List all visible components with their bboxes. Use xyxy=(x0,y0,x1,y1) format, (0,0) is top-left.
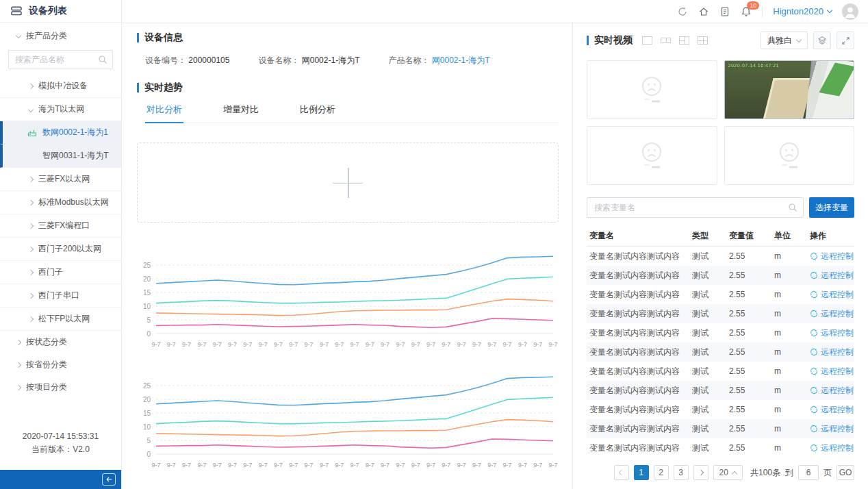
page-button[interactable]: 1 xyxy=(634,465,649,480)
tree-item[interactable]: 西门子 xyxy=(0,261,121,284)
topbar: 10 Hignton2020 xyxy=(122,0,868,23)
category-label: 按状态分类 xyxy=(26,336,67,348)
cell-variable-name: 变量名测试内容测试内容 xyxy=(589,308,692,320)
select-variable-button[interactable]: 选择变量 xyxy=(809,197,854,218)
tree-item[interactable]: 三菱FX编程口 xyxy=(0,214,121,238)
video-slot-4[interactable] xyxy=(724,126,855,185)
notification-badge: 10 xyxy=(747,1,759,10)
remote-control-link[interactable]: 远程控制 xyxy=(810,289,854,301)
cell-variable-name: 变量名测试内容测试内容 xyxy=(589,385,692,397)
app-root: 设备列表 按产品分类 xyxy=(0,0,868,489)
chevron-right-icon xyxy=(28,83,34,88)
tab[interactable]: 对比分析 xyxy=(145,97,183,123)
tree-item[interactable]: 模拟中冶设备 xyxy=(0,75,121,98)
go-button[interactable]: GO xyxy=(837,465,854,480)
svg-text:9-7: 9-7 xyxy=(259,341,268,348)
refresh-icon[interactable] xyxy=(677,6,688,17)
notification-bell-icon[interactable]: 10 xyxy=(741,6,752,17)
remote-control-link[interactable]: 远程控制 xyxy=(810,251,854,262)
info-field-label: 设备编号： xyxy=(145,55,186,65)
document-icon[interactable] xyxy=(719,6,730,17)
tree-item[interactable]: 松下FP以太网 xyxy=(0,308,121,331)
svg-text:9-7: 9-7 xyxy=(518,462,527,468)
page-button[interactable]: 2 xyxy=(654,465,669,480)
tab[interactable]: 增量对比 xyxy=(222,97,260,123)
video-placeholder-icon xyxy=(769,140,810,171)
remote-control-link[interactable]: 远程控制 xyxy=(810,404,854,416)
pagination: 123 20 共100条 到 6 页 GO xyxy=(587,465,854,480)
column-header: 单位 xyxy=(774,230,810,242)
cell-type: 测试 xyxy=(692,270,729,281)
footer-version: 当前版本：V2.0 xyxy=(0,443,121,456)
remote-control-link[interactable]: 远程控制 xyxy=(810,270,854,281)
video-slot-1[interactable] xyxy=(587,60,717,119)
device-panel: 设备信息 设备编号： 200000105 设备名称： 网0002-1-海为T xyxy=(122,23,572,489)
remote-control-icon xyxy=(810,329,818,337)
sidebar-group-product[interactable]: 按产品分类 xyxy=(0,23,121,49)
tree-item[interactable]: 智网0031-1-海为T xyxy=(0,145,121,168)
tree-item[interactable]: 海为T以太网 xyxy=(0,98,121,121)
tree-item[interactable]: 数网0002-1-海为1 xyxy=(0,121,121,145)
tree-item-label: 西门子串口 xyxy=(38,290,79,301)
fullscreen-icon[interactable] xyxy=(837,32,854,49)
collapse-sidebar-icon[interactable] xyxy=(102,473,116,486)
variable-search-input[interactable] xyxy=(587,197,804,218)
svg-text:9-7: 9-7 xyxy=(411,341,420,348)
video-layout-3-icon[interactable] xyxy=(679,36,689,45)
layers-icon[interactable] xyxy=(813,32,831,49)
tab-label: 增量对比 xyxy=(223,104,259,114)
goto-label: 到 xyxy=(785,467,793,479)
video-layout-2-icon[interactable] xyxy=(661,38,671,43)
svg-text:9-7: 9-7 xyxy=(533,462,542,468)
tree-item[interactable]: 三菱FX以太网 xyxy=(0,168,121,191)
next-page-button[interactable] xyxy=(693,465,709,480)
remote-control-link[interactable]: 远程控制 xyxy=(810,347,854,358)
tree-item[interactable]: 标准Modbus以太网 xyxy=(0,191,121,214)
prev-page-button[interactable] xyxy=(614,465,629,480)
home-icon[interactable] xyxy=(698,6,709,17)
cell-variable-name: 变量名测试内容测试内容 xyxy=(589,289,692,301)
remote-control-link[interactable]: 远程控制 xyxy=(810,308,854,320)
cell-value: 2.55 xyxy=(729,386,774,395)
chevron-right-icon xyxy=(28,176,34,181)
cell-unit: m xyxy=(774,405,810,414)
video-layout-4-icon[interactable] xyxy=(698,36,708,45)
user-avatar[interactable] xyxy=(842,3,858,20)
category-item[interactable]: 按状态分类 xyxy=(0,331,121,353)
svg-text:0: 0 xyxy=(146,330,151,338)
user-menu[interactable]: Hignton2020 xyxy=(773,6,832,16)
video-slot-3[interactable] xyxy=(587,126,717,185)
tree-item[interactable]: 西门子200以太网 xyxy=(0,238,121,261)
tree-item-label: 标准Modbus以太网 xyxy=(38,197,109,208)
category-item[interactable]: 按项目分类 xyxy=(0,376,121,399)
theme-select[interactable]: 典雅白 xyxy=(761,32,808,49)
remote-control-link[interactable]: 远程控制 xyxy=(810,442,854,454)
svg-text:9-7: 9-7 xyxy=(442,462,450,468)
video-slot-2-live[interactable]: 2020-07-14 16:47:21 xyxy=(724,60,855,119)
tree-item[interactable]: 西门子串口 xyxy=(0,284,121,308)
remote-control-icon xyxy=(810,271,818,279)
svg-text:20: 20 xyxy=(143,396,151,403)
remote-control-link[interactable]: 远程控制 xyxy=(810,385,854,397)
add-chart-box[interactable] xyxy=(137,142,559,223)
goto-page-input[interactable]: 6 xyxy=(798,465,819,480)
cell-unit: m xyxy=(774,271,810,280)
category-item[interactable]: 按省份分类 xyxy=(0,353,121,376)
table-row: 变量名测试内容测试内容 测试 2.55 m 远程控制 xyxy=(587,419,854,438)
svg-text:0: 0 xyxy=(146,451,151,458)
remote-control-link[interactable]: 远程控制 xyxy=(810,366,854,377)
video-layout-1-icon[interactable] xyxy=(642,36,652,45)
tree-item-label: 三菱FX以太网 xyxy=(38,173,90,185)
remote-control-link[interactable]: 远程控制 xyxy=(810,327,854,339)
svg-text:5: 5 xyxy=(146,437,151,444)
remote-control-link[interactable]: 远程控制 xyxy=(810,423,854,435)
svg-text:9-7: 9-7 xyxy=(396,341,405,348)
page-button[interactable]: 3 xyxy=(674,465,689,480)
svg-text:9-7: 9-7 xyxy=(151,341,160,348)
tab[interactable]: 比例分析 xyxy=(298,97,337,123)
svg-text:9-7: 9-7 xyxy=(366,341,374,348)
svg-text:9-7: 9-7 xyxy=(457,341,466,348)
table-row: 变量名测试内容测试内容 测试 2.55 m 远程控制 xyxy=(587,266,854,285)
cell-unit: m xyxy=(774,251,810,261)
page-size-select[interactable]: 20 xyxy=(713,465,743,480)
